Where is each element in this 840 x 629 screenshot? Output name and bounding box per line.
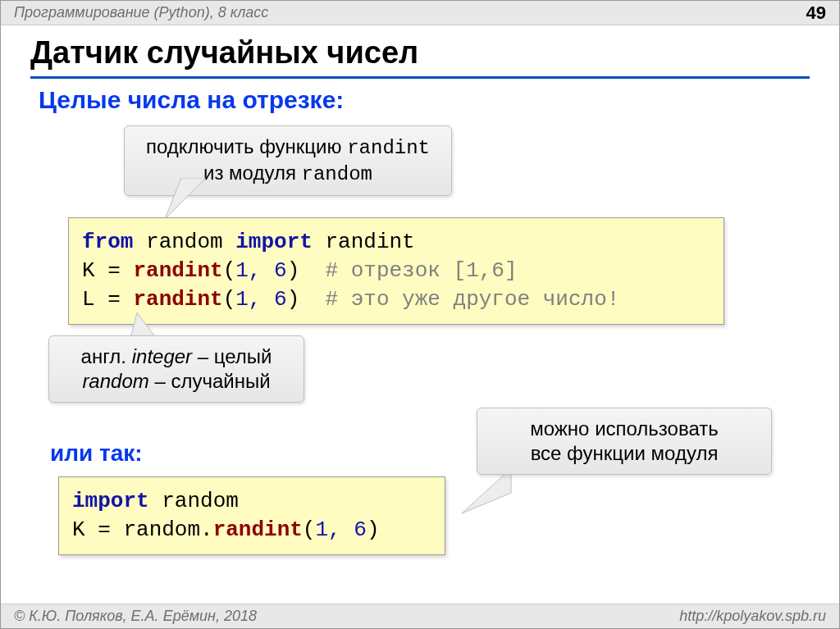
footer-url: http://kpolyakov.spb.ru (679, 608, 826, 625)
kw-import: import (72, 489, 149, 513)
callout-tail-icon (462, 468, 519, 521)
literal: 1 (235, 258, 249, 283)
literal: 1 (315, 517, 328, 542)
module-name: random (162, 489, 239, 513)
callout-text: – случайный (149, 370, 271, 392)
svg-marker-0 (165, 178, 206, 219)
code-text: L = (82, 287, 133, 312)
comma: , (249, 287, 262, 312)
comment: # отрезок [1,6] (299, 258, 517, 283)
literal: 1 (235, 287, 249, 312)
callout-text: можно использовать (530, 417, 719, 440)
paren: ( (303, 517, 316, 542)
callout-all-functions: можно использовать все функции модуля (477, 408, 772, 475)
title-rule (30, 76, 810, 79)
header-bar: Программирование (Python), 8 класс 49 (1, 1, 839, 25)
fn-randint: randint (213, 517, 303, 542)
kw-import: import (235, 230, 313, 254)
callout-mono: randint (347, 137, 430, 159)
callout-italic: random (82, 370, 148, 392)
code-text: K = (82, 258, 133, 283)
comma: , (249, 258, 262, 283)
course-title: Программирование (Python), 8 класс (14, 4, 268, 21)
fn-randint: randint (133, 287, 222, 312)
page-number: 49 (806, 2, 826, 24)
code-block-alt: import random K = random.randint(1, 6) (58, 476, 445, 555)
comment: # это уже другое число! (299, 287, 619, 312)
callout-translation: англ. integer – целый random – случайный (48, 335, 304, 403)
fn-randint: randint (133, 258, 222, 283)
or-label: или так: (50, 440, 143, 467)
code-block-main: from random import randint K = randint(1… (68, 217, 724, 325)
literal: 6 (354, 517, 367, 542)
paren: ) (287, 287, 300, 312)
svg-marker-2 (462, 468, 511, 513)
callout-text: – целый (192, 345, 272, 367)
paren: ) (367, 517, 380, 542)
paren: ( (223, 258, 236, 283)
section-subtitle: Целые числа на отрезке: (39, 86, 344, 114)
callout-text: из модуля (203, 162, 302, 184)
callout-text: англ. (81, 345, 132, 367)
literal: 6 (274, 287, 287, 312)
callout-text: все функции модуля (531, 442, 719, 464)
module-name: random (146, 230, 223, 254)
slide-title: Датчик случайных чисел (30, 35, 418, 71)
import-name: randint (326, 230, 415, 254)
comma: , (328, 517, 341, 542)
callout-mono: random (302, 163, 372, 185)
slide: Программирование (Python), 8 класс 49 Да… (0, 0, 840, 629)
code-text: K = (72, 517, 123, 542)
module-ref: random. (123, 517, 212, 542)
kw-from: from (82, 230, 133, 254)
literal: 6 (274, 258, 287, 283)
callout-text: подключить функцию (146, 135, 347, 157)
callout-italic: integer (132, 345, 192, 367)
footer-bar: © К.Ю. Поляков, Е.А. Ерёмин, 2018 http:/… (1, 604, 839, 628)
copyright: © К.Ю. Поляков, Е.А. Ерёмин, 2018 (14, 608, 257, 625)
paren: ) (287, 258, 300, 283)
paren: ( (223, 287, 236, 312)
